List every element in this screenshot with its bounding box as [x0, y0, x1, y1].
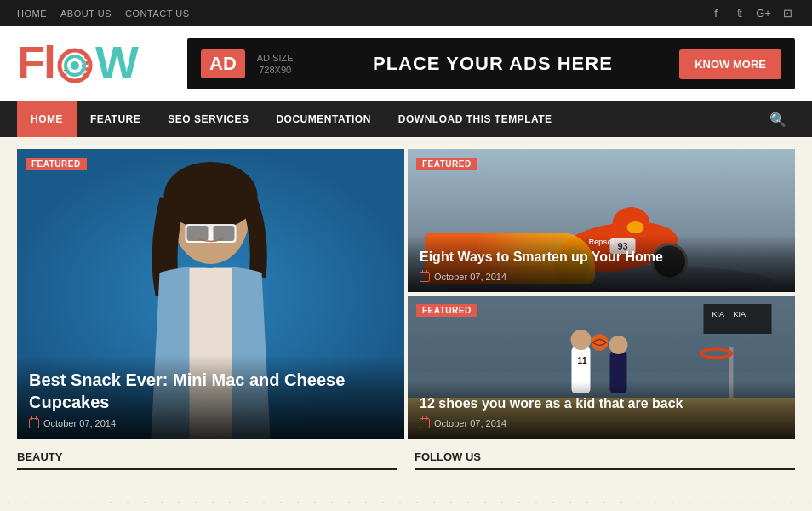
logo-letter-o: [54, 43, 95, 89]
card-overlay-basket: 12 shoes you wore as a kid that are back…: [408, 382, 795, 439]
card-overlay-large: Best Snack Ever: Mini Mac and Cheese Cup…: [17, 355, 404, 439]
top-bar-nav: HOME ABOUT US CONTACT US: [17, 9, 190, 19]
topbar-contact[interactable]: CONTACT US: [125, 9, 190, 19]
calendar-icon-basket: [420, 418, 430, 428]
nav-items: HOME FEATURE SEO SERVICES DOCUMENTATION …: [17, 101, 761, 137]
ad-size: AD SIZE728X90: [257, 52, 294, 77]
twitter-icon[interactable]: 𝕥: [732, 7, 747, 20]
topbar-about[interactable]: ABOUT US: [60, 9, 112, 19]
ad-label: AD: [201, 49, 245, 78]
followus-title: FOLLOW US: [415, 451, 795, 470]
svg-point-16: [627, 221, 644, 233]
social-icons: f 𝕥 G+ ⊡: [708, 7, 795, 20]
card-overlay-moto: Eight Ways to Smarten up Your Home Octob…: [408, 235, 795, 292]
ad-divider: [306, 47, 306, 81]
svg-rect-8: [214, 226, 235, 241]
svg-text:KIA: KIA: [712, 310, 725, 319]
svg-text:KIA: KIA: [734, 310, 746, 319]
svg-point-27: [609, 336, 628, 354]
logo-letter-l: l: [43, 37, 54, 88]
svg-rect-31: [704, 304, 772, 334]
instagram-icon[interactable]: ⊡: [780, 7, 795, 20]
featured-card-large[interactable]: FEATURED Best Snack Ever: Mini Mac and C…: [17, 149, 404, 439]
content-wrapper: FEATURED Best Snack Ever: Mini Mac and C…: [0, 137, 812, 491]
svg-point-2: [71, 61, 79, 70]
featured-badge-basket: FEATURED: [416, 304, 477, 317]
logo: Fl W: [17, 39, 170, 89]
main-nav: HOME FEATURE SEO SERVICES DOCUMENTATION …: [0, 101, 812, 137]
nav-documentation[interactable]: DOCUMENTATION: [262, 101, 384, 137]
card-title-large: Best Snack Ever: Mini Mac and Cheese Cup…: [29, 369, 392, 413]
card-date-moto: October 07, 2014: [420, 272, 783, 282]
ad-text: PLACE YOUR ADS HERE: [318, 53, 668, 75]
svg-rect-7: [187, 226, 209, 241]
header: Fl W AD AD SIZE728X90 PLACE YOUR ADS HER…: [0, 26, 812, 101]
beauty-title: BEAUTY: [17, 451, 397, 470]
googleplus-icon[interactable]: G+: [756, 7, 771, 20]
topbar-home[interactable]: HOME: [17, 9, 47, 19]
logo-letter-f: F: [17, 37, 43, 88]
search-icon[interactable]: 🔍: [761, 103, 795, 136]
featured-badge-moto: FEATURED: [416, 158, 477, 170]
bottom-row: BEAUTY FOLLOW US: [17, 451, 795, 479]
card-title-moto: Eight Ways to Smarten up Your Home: [420, 249, 783, 267]
svg-point-24: [571, 330, 592, 350]
featured-card-moto[interactable]: 93 Repsol FEATURED Eight Ways to Smarten…: [408, 149, 795, 292]
nav-seo[interactable]: SEO SERVICES: [154, 101, 262, 137]
featured-badge-large: FEATURED: [26, 158, 87, 170]
calendar-icon-moto: [420, 272, 430, 282]
card-date-basket: October 07, 2014: [420, 418, 783, 428]
featured-card-basket[interactable]: 11 KIA KIA FEATURED: [408, 296, 795, 439]
calendar-icon: [29, 418, 39, 428]
ad-banner: AD AD SIZE728X90 PLACE YOUR ADS HERE KNO…: [187, 38, 795, 89]
nav-download[interactable]: DOWNLOAD THIS TEMPLATE: [385, 101, 566, 137]
nav-home[interactable]: HOME: [17, 101, 77, 137]
featured-grid: FEATURED Best Snack Ever: Mini Mac and C…: [17, 149, 795, 439]
followus-section: FOLLOW US: [415, 451, 795, 479]
ad-button[interactable]: KNOW MORE: [679, 49, 781, 79]
card-title-basket: 12 shoes you wore as a kid that are back: [420, 395, 783, 413]
logo-letter-w: W: [95, 37, 137, 88]
beauty-section: BEAUTY: [17, 451, 397, 479]
nav-feature[interactable]: FEATURE: [77, 101, 154, 137]
svg-text:11: 11: [578, 356, 588, 365]
facebook-icon[interactable]: f: [708, 7, 723, 20]
card-date-large: October 07, 2014: [29, 418, 392, 428]
top-bar: HOME ABOUT US CONTACT US f 𝕥 G+ ⊡: [0, 0, 812, 26]
